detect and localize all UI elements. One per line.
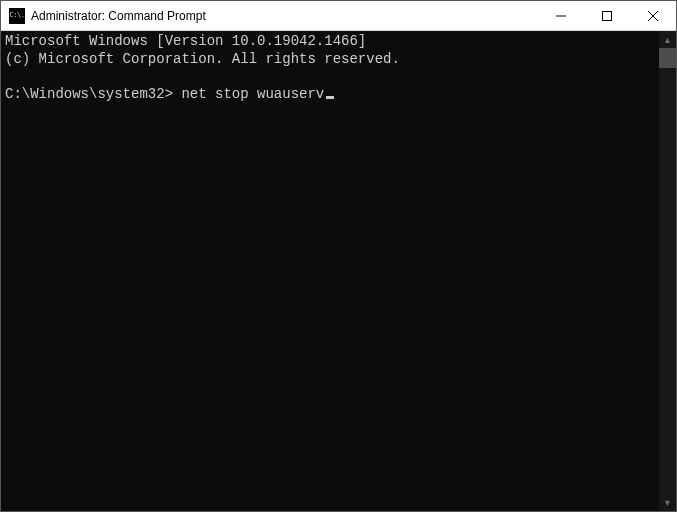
close-icon	[648, 11, 658, 21]
scrollbar-thumb[interactable]	[659, 48, 676, 68]
console-output[interactable]: Microsoft Windows [Version 10.0.19042.14…	[1, 31, 659, 511]
window-controls	[538, 1, 676, 30]
cmd-icon-text: C:\.	[10, 12, 25, 19]
close-button[interactable]	[630, 1, 676, 30]
maximize-button[interactable]	[584, 1, 630, 30]
console-prompt: C:\Windows\system32>	[5, 86, 173, 102]
minimize-button[interactable]	[538, 1, 584, 30]
console-body: Microsoft Windows [Version 10.0.19042.14…	[1, 31, 676, 511]
console-command: net stop wuauserv	[181, 86, 324, 102]
console-line-2: (c) Microsoft Corporation. All rights re…	[5, 51, 400, 67]
cmd-icon: C:\.	[9, 8, 25, 24]
titlebar[interactable]: C:\. Administrator: Command Prompt	[1, 1, 676, 31]
minimize-icon	[556, 11, 566, 21]
command-prompt-window: C:\. Administrator: Command Prompt Micro…	[0, 0, 677, 512]
scroll-down-arrow-icon[interactable]: ▼	[659, 494, 676, 511]
cursor-icon	[326, 96, 334, 99]
svg-rect-1	[603, 11, 612, 20]
vertical-scrollbar[interactable]: ▲ ▼	[659, 31, 676, 511]
scroll-up-arrow-icon[interactable]: ▲	[659, 31, 676, 48]
scrollbar-track[interactable]	[659, 48, 676, 494]
maximize-icon	[602, 11, 612, 21]
console-line-1: Microsoft Windows [Version 10.0.19042.14…	[5, 33, 366, 49]
window-title: Administrator: Command Prompt	[31, 9, 538, 23]
